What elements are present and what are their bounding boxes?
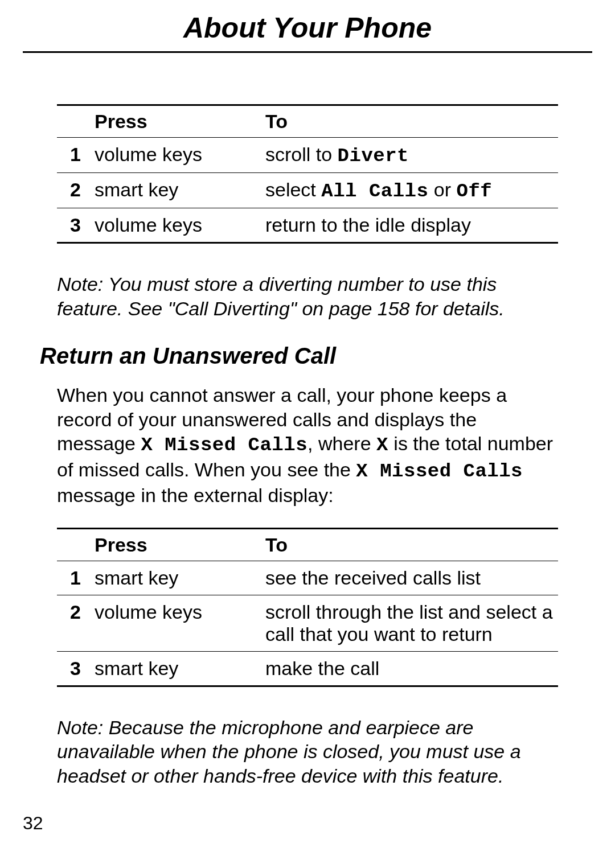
press-cell: volume keys <box>91 138 262 173</box>
table2-header-press: Press <box>91 528 262 561</box>
paragraph-intro: When you cannot answer a call, your phon… <box>57 383 558 508</box>
table-row: 2 smart key select All Calls or Off <box>57 173 558 208</box>
subheading-return-call: Return an Unanswered Call <box>40 343 558 369</box>
table-row: 2 volume keys scroll through the list an… <box>57 595 558 651</box>
table1-header-press: Press <box>91 105 262 138</box>
instruction-table-1: Press To 1 volume keys scroll to Divert … <box>57 104 558 244</box>
table-row: 1 smart key see the received calls list <box>57 561 558 595</box>
step-number: 1 <box>57 138 91 173</box>
step-number: 2 <box>57 595 91 651</box>
press-cell: smart key <box>91 173 262 208</box>
table-row: 3 volume keys return to the idle display <box>57 208 558 243</box>
page-number: 32 <box>23 813 43 834</box>
table-row: 1 volume keys scroll to Divert <box>57 138 558 173</box>
step-number: 3 <box>57 651 91 686</box>
content-area: Press To 1 volume keys scroll to Divert … <box>23 104 592 788</box>
to-cell: scroll through the list and select a cal… <box>262 595 558 651</box>
press-cell: smart key <box>91 561 262 595</box>
to-cell: make the call <box>262 651 558 686</box>
table1-header-to: To <box>262 105 558 138</box>
step-number: 1 <box>57 561 91 595</box>
to-cell: select All Calls or Off <box>262 173 558 208</box>
to-cell: see the received calls list <box>262 561 558 595</box>
table2-header-to: To <box>262 528 558 561</box>
to-cell: scroll to Divert <box>262 138 558 173</box>
press-cell: volume keys <box>91 208 262 243</box>
to-cell: return to the idle display <box>262 208 558 243</box>
press-cell: smart key <box>91 651 262 686</box>
table-row: 3 smart key make the call <box>57 651 558 686</box>
instruction-table-2: Press To 1 smart key see the received ca… <box>57 528 558 687</box>
step-number: 3 <box>57 208 91 243</box>
note-2: Note: Because the microphone and earpiec… <box>57 715 558 788</box>
step-number: 2 <box>57 173 91 208</box>
page-title: About Your Phone <box>23 11 592 53</box>
press-cell: volume keys <box>91 595 262 651</box>
note-1: Note: You must store a diverting number … <box>57 272 558 320</box>
